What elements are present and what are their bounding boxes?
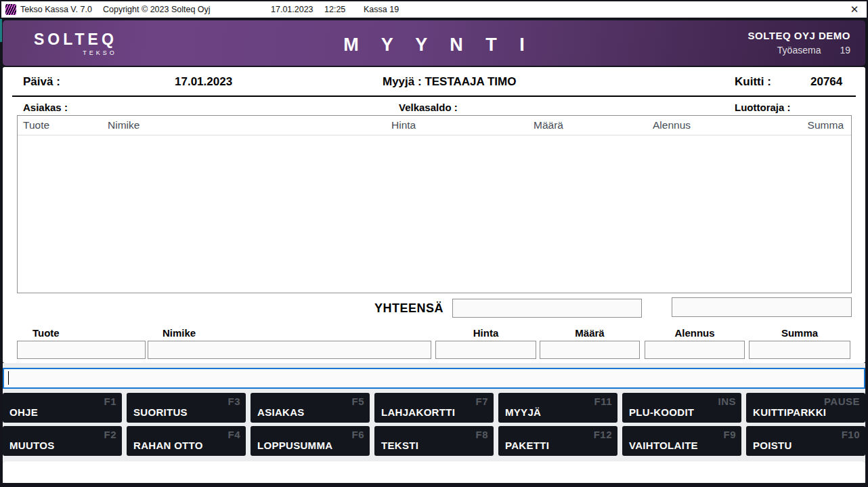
myyja-button[interactable]: F11 MYYJÄ (498, 393, 617, 423)
debt-label: Velkasaldo : (399, 102, 458, 113)
title-bar: Tekso Kassa V. 7.0 Copyright © 2023 Solt… (1, 1, 867, 18)
function-key-grid: F1 OHJE F3 SUORITUS F5 ASIAKAS F7 LAHJAK… (3, 393, 865, 456)
receipt-label: Kuitti : (735, 75, 771, 89)
workstation-number: 19 (840, 45, 850, 56)
fkey-hint: F3 (227, 396, 240, 407)
entry-label-alennus: Alennus (645, 327, 745, 339)
date-value: 17.01.2023 (175, 75, 232, 89)
date-label: Päivä : (23, 75, 60, 89)
seller-value: TESTAAJA TIMO (425, 75, 516, 88)
entry-label-nimike: Nimike (162, 327, 196, 339)
receipt-number: 20764 (810, 75, 842, 89)
loppusumma-button[interactable]: F6 LOPPUSUMMA (251, 426, 370, 456)
seller-row: Myyjä : TESTAAJA TIMO (383, 75, 516, 89)
teksti-button[interactable]: F8 TEKSTI (374, 426, 494, 456)
titlebar-register: Kassa 19 (364, 5, 399, 14)
close-icon[interactable]: ✕ (846, 3, 863, 16)
table-header-divider (18, 135, 851, 135)
total-secondary-field (672, 297, 852, 317)
fkey-hint: F5 (351, 396, 364, 407)
fkey-hint: F6 (351, 429, 364, 440)
command-input[interactable] (3, 368, 865, 389)
vaihtolaite-button[interactable]: F9 VAIHTOLAITE (622, 426, 741, 456)
divider-line (12, 96, 856, 97)
fkey-hint: F11 (594, 396, 612, 407)
fkey-hint: PAUSE (824, 396, 860, 407)
column-header-maara: Määrä (534, 119, 563, 131)
app-header: SOLTEQ TEKSO M Y Y N T I SOLTEQ OYJ DEMO… (3, 20, 865, 66)
column-header-nimike: Nimike (108, 119, 139, 131)
seller-label: Myyjä : (383, 75, 422, 88)
entry-label-hinta: Hinta (435, 327, 536, 339)
text-cursor (8, 371, 9, 385)
customer-label: Asiakas : (23, 102, 68, 113)
fkey-hint: F8 (475, 429, 488, 440)
plu-koodit-button[interactable]: INS PLU-KOODIT (622, 393, 741, 423)
kuittiparkki-button[interactable]: PAUSE KUITTIPARKKI (746, 393, 865, 423)
fkey-hint: INS (718, 396, 736, 407)
ohje-button[interactable]: F1 OHJE (3, 393, 122, 423)
fkey-hint: F1 (104, 396, 116, 407)
muutos-button[interactable]: F2 MUUTOS (3, 426, 122, 456)
workstation-row: Työasema19 (748, 45, 850, 56)
fkey-hint: F9 (723, 429, 736, 440)
poistu-button[interactable]: F10 POISTU (746, 426, 865, 456)
entry-input-maara[interactable] (540, 341, 640, 359)
rahan-otto-button[interactable]: F4 RAHAN OTTO (127, 426, 246, 456)
titlebar-date: 17.01.2023 (271, 5, 313, 14)
paketti-button[interactable]: F12 PAKETTI (498, 426, 617, 456)
column-header-alennus: Alennus (653, 119, 691, 131)
copyright-text: Copyright © 2023 Solteq Oyj (103, 5, 211, 14)
entry-label-maara: Määrä (540, 327, 640, 339)
company-name: SOLTEQ OYJ DEMO (748, 30, 850, 41)
entry-input-tuote[interactable] (17, 341, 146, 359)
total-label: YHTEENSÄ (374, 301, 443, 316)
window-edge-accent (0, 19, 2, 42)
fkey-hint: F12 (594, 429, 612, 440)
fkey-hint: F4 (227, 429, 240, 440)
fkey-hint: F7 (475, 396, 488, 407)
workstation-label: Työasema (777, 45, 821, 56)
entry-label-tuote: Tuote (32, 327, 60, 339)
header-right: SOLTEQ OYJ DEMO Työasema19 (748, 30, 850, 56)
window-title: Tekso Kassa V. 7.0 (20, 5, 92, 14)
credit-limit-label: Luottoraja : (735, 102, 791, 113)
receipt-lines-table[interactable]: Tuote Nimike Hinta Määrä Alennus Summa (17, 115, 852, 293)
entry-input-summa[interactable] (749, 341, 850, 359)
total-amount-field (452, 299, 642, 318)
asiakas-button[interactable]: F5 ASIAKAS (251, 393, 370, 423)
lahjakortti-button[interactable]: F7 LAHJAKORTTI (374, 393, 494, 423)
titlebar-time: 12:25 (324, 5, 345, 14)
sale-panel: Päivä : 17.01.2023 Myyjä : TESTAAJA TIMO… (3, 67, 865, 363)
column-header-hinta: Hinta (391, 119, 416, 131)
column-header-summa: Summa (808, 119, 844, 131)
entry-input-hinta[interactable] (435, 341, 536, 359)
suoritus-button[interactable]: F3 SUORITUS (127, 393, 246, 423)
page-title: M Y Y N T I (3, 35, 865, 56)
column-header-tuote: Tuote (23, 119, 49, 131)
app-icon (5, 4, 16, 15)
status-bar (3, 461, 865, 483)
entry-label-summa: Summa (749, 327, 850, 339)
fkey-hint: F10 (842, 429, 860, 440)
fkey-hint: F2 (104, 429, 116, 440)
entry-input-nimike[interactable] (148, 341, 431, 359)
entry-input-alennus[interactable] (645, 341, 745, 359)
